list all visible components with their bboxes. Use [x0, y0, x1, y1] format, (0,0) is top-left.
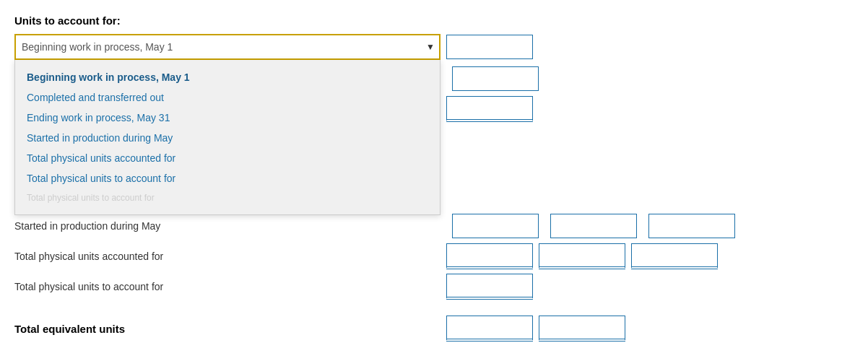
total-account-for-label: Total physical units to account for — [14, 281, 440, 292]
total-accounted-input-1[interactable] — [446, 243, 533, 269]
page-container: Units to account for: Beginning work in … — [0, 0, 868, 359]
started-input-3[interactable] — [648, 214, 735, 238]
dropdown-wrapper: Beginning work in process, May 1 Complet… — [14, 34, 440, 60]
total-accounted-label: Total physical units accounted for — [14, 251, 440, 262]
total-equiv-row: Total equivalent units — [14, 313, 854, 344]
total-accounted-input-2[interactable] — [539, 243, 625, 269]
started-input-1[interactable] — [452, 214, 539, 238]
dropdown-item-beginning[interactable]: Beginning work in process, May 1 — [15, 67, 440, 87]
started-input-2[interactable] — [550, 214, 637, 238]
total-equiv-input-2[interactable] — [539, 316, 625, 342]
dropdown-item-total-account-for[interactable]: Total physical units to account for — [15, 168, 440, 188]
completed-input-1[interactable] — [446, 96, 533, 122]
dropdown-item-started[interactable]: Started in production during May — [15, 128, 440, 148]
bwip-input-1[interactable] — [446, 35, 533, 59]
completed-inputs — [446, 96, 533, 122]
started-inputs — [446, 214, 735, 238]
total-equiv-inputs — [446, 316, 625, 342]
started-label: Started in production during May — [14, 220, 440, 232]
row-total-account-for: Total physical units to account for — [14, 272, 854, 301]
total-account-for-inputs — [446, 274, 533, 300]
row-blank-2-inputs — [446, 66, 539, 91]
total-accounted-inputs — [446, 243, 718, 269]
row-dropdown[interactable]: Beginning work in process, May 1 Complet… — [14, 34, 440, 60]
total-equiv-label: Total equivalent units — [14, 323, 440, 335]
row-total-accounted: Total physical units accounted for — [14, 242, 854, 271]
total-account-for-input-1[interactable] — [446, 274, 533, 300]
total-equiv-input-1[interactable] — [446, 316, 533, 342]
section-title: Units to account for: — [14, 14, 854, 27]
dropdown-item-completed[interactable]: Completed and transferred out — [15, 87, 440, 108]
r2-input-1[interactable] — [452, 66, 539, 91]
dropdown-menu: Beginning work in process, May 1 Complet… — [14, 60, 440, 215]
total-accounted-input-3[interactable] — [631, 243, 718, 269]
top-row: Beginning work in process, May 1 Complet… — [14, 34, 854, 60]
dropdown-item-hidden: Total physical units to account for — [15, 188, 440, 207]
row-started: Started in production during May — [14, 212, 854, 240]
dropdown-item-ending[interactable]: Ending work in process, May 31 — [15, 108, 440, 128]
dropdown-item-total-accounted[interactable]: Total physical units accounted for — [15, 148, 440, 168]
